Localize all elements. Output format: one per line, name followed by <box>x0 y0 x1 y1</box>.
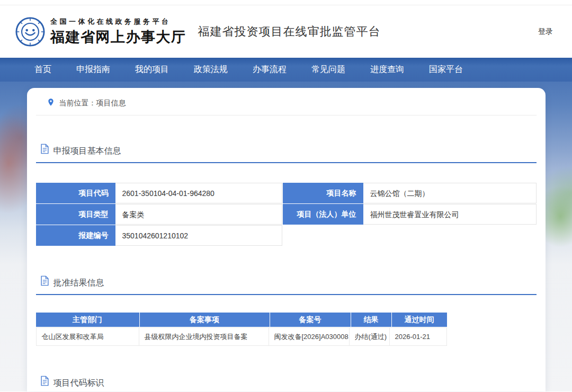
table-header-row: 主管部门 备案事项 备案号 结果 通过时间 <box>36 313 447 327</box>
nav-item-progress-query[interactable]: 进度查询 <box>370 64 404 75</box>
table-row: 项目类型 备案类 项目（法人）单位 福州世茂世睿置业有限公司 <box>36 204 537 225</box>
main-navigation: 首页 申报指南 我的项目 政策法规 办事流程 常见问题 进度查询 国家平台 <box>0 58 572 82</box>
section-basic-info: 申报项目基本信息 项目代码 2601-350104-04-01-964280 项… <box>36 144 537 246</box>
document-icon <box>40 376 49 388</box>
logo-site-name: 福建省网上办事大厅 <box>50 28 186 47</box>
nav-item-declare-guide[interactable]: 申报指南 <box>76 64 110 75</box>
field-label-project-name: 项目名称 <box>283 183 363 203</box>
field-label-legal-entity: 项目（法人）单位 <box>283 204 363 225</box>
column-header-filing-no: 备案号 <box>270 313 351 327</box>
cell-result: 办结(通过) <box>350 328 390 345</box>
section-title: 批准结果信息 <box>53 278 104 288</box>
section-title: 申报项目基本信息 <box>53 146 121 156</box>
field-label-filing-number: 报建编号 <box>36 225 115 246</box>
breadcrumb-label: 当前位置：项目信息 <box>59 99 126 108</box>
logo-text: 全国一体化在线政务服务平台 福建省网上办事大厅 <box>50 17 186 47</box>
nav-item-home[interactable]: 首页 <box>34 64 51 75</box>
site-header: 全国一体化在线政务服务平台 福建省网上办事大厅 福建省投资项目在线审批监管平台 … <box>0 5 572 58</box>
breadcrumb: 当前位置：项目信息 <box>36 88 537 115</box>
basic-info-table: 项目代码 2601-350104-04-01-964280 项目名称 云锦公馆（… <box>36 183 537 246</box>
column-header-result: 结果 <box>351 313 391 327</box>
fujian-portal-emblem-icon <box>15 16 46 47</box>
document-icon <box>40 144 49 156</box>
location-pin-icon <box>47 98 55 109</box>
section-underline <box>36 294 537 295</box>
column-header-department: 主管部门 <box>36 313 139 327</box>
section-approval-header: 批准结果信息 <box>40 275 537 288</box>
field-value-filing-number: 3501042601210102 <box>115 225 282 246</box>
site-logo[interactable]: 全国一体化在线政务服务平台 福建省网上办事大厅 <box>15 16 186 47</box>
section-code-header: 项目代码标识 <box>40 376 537 388</box>
nav-item-faq[interactable]: 常见问题 <box>311 64 345 75</box>
section-title: 项目代码标识 <box>53 378 104 388</box>
nav-item-my-projects[interactable]: 我的项目 <box>135 64 169 75</box>
column-header-filing-item: 备案事项 <box>140 313 270 327</box>
column-header-pass-date: 通过时间 <box>392 313 447 327</box>
platform-title: 福建省投资项目在线审批监管平台 <box>198 24 381 40</box>
section-underline <box>36 162 537 163</box>
field-label-project-type: 项目类型 <box>36 204 115 225</box>
section-approval-results: 批准结果信息 主管部门 备案事项 备案号 结果 通过时间 仓山区发展和改革局 县… <box>36 275 537 346</box>
field-label-project-code: 项目代码 <box>36 183 115 203</box>
breadcrumb-divider <box>36 115 537 115</box>
logo-tagline: 全国一体化在线政务服务平台 <box>50 17 186 26</box>
field-value-project-name: 云锦公馆（二期） <box>363 183 537 203</box>
section-project-code-mark: 项目代码标识 <box>36 376 537 392</box>
nav-item-policies[interactable]: 政策法规 <box>194 64 228 75</box>
field-value-project-code: 2601-350104-04-01-964280 <box>115 183 282 203</box>
nav-item-national-platform[interactable]: 国家平台 <box>429 64 463 75</box>
field-value-legal-entity: 福州世茂世睿置业有限公司 <box>363 204 537 225</box>
document-icon <box>40 275 49 288</box>
table-row: 仓山区发展和改革局 县级权限内企业境内投资项目备案 闽发改备[2026]A030… <box>36 327 447 346</box>
page-background-banner: 首页 申报指南 我的项目 政策法规 办事流程 常见问题 进度查询 国家平台 当前… <box>0 58 572 391</box>
cell-filing-no: 闽发改备[2026]A030008 <box>269 328 350 345</box>
login-button[interactable]: 登录 <box>538 27 553 37</box>
cell-pass-date: 2026-01-21 <box>390 328 446 345</box>
table-row: 项目代码 2601-350104-04-01-964280 项目名称 云锦公馆（… <box>36 183 537 203</box>
nav-item-process[interactable]: 办事流程 <box>253 64 287 75</box>
table-row: 报建编号 3501042601210102 <box>36 225 537 246</box>
cell-department: 仓山区发展和改革局 <box>37 328 139 345</box>
approval-results-table: 主管部门 备案事项 备案号 结果 通过时间 仓山区发展和改革局 县级权限内企业境… <box>36 313 447 346</box>
section-basic-header: 申报项目基本信息 <box>40 144 537 156</box>
cell-filing-item: 县级权限内企业境内投资项目备案 <box>139 328 269 345</box>
field-value-project-type: 备案类 <box>115 204 282 225</box>
content-card: 当前位置：项目信息 申报项目基本信息 <box>27 88 546 391</box>
empty-cell <box>282 225 537 246</box>
page-top-divider <box>0 0 572 5</box>
